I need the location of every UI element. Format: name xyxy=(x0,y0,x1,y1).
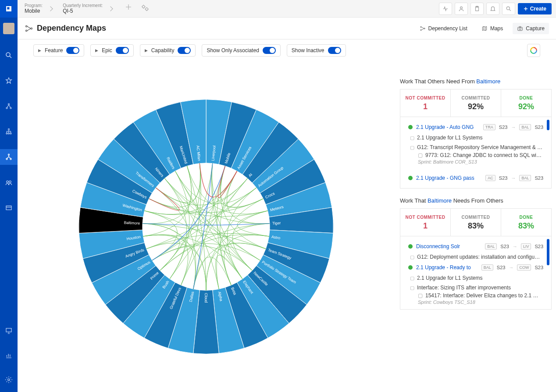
right-panel: Work That Others Need From Baltimore NOT… xyxy=(395,61,556,392)
work-item[interactable]: 2.1 Upgrade - Ready toBALS23→COWS23 xyxy=(400,262,551,273)
section-title-2: Work That Baltimore Needs From Others xyxy=(400,197,552,204)
work-sub-item[interactable]: ▢2.1 Upgrade for L1 Systems xyxy=(400,133,551,143)
app-logo[interactable] xyxy=(0,0,18,18)
toggle-associated[interactable] xyxy=(263,47,276,54)
section-link-1[interactable]: Baltimore xyxy=(476,78,500,85)
status-dot-green xyxy=(408,176,413,180)
toggle-inactive[interactable] xyxy=(328,47,341,54)
filter-epic[interactable]: ▶Epic xyxy=(90,44,133,57)
work-sub-item[interactable]: ▢G12: Transcript Repository Service Mana… xyxy=(400,143,551,152)
status-dot-green xyxy=(408,265,413,270)
create-label: Create xyxy=(530,6,546,12)
left-navigation-rail xyxy=(0,0,18,392)
nav-board[interactable] xyxy=(0,200,18,216)
user-avatar[interactable] xyxy=(3,23,14,34)
clipboard-icon[interactable] xyxy=(470,3,484,15)
arrow-right-icon: → xyxy=(513,244,517,249)
sprint-meta: Sprint: Baltimore COR_S13 xyxy=(400,159,551,164)
stat-committed-1: COMMITTED92% xyxy=(451,89,501,117)
section-title-1: Work That Others Need From Baltimore xyxy=(400,78,552,85)
create-button[interactable]: Create xyxy=(518,3,552,14)
work-sub-item[interactable]: ▢2.1 Upgrade for L1 Systems xyxy=(400,273,551,283)
filter-show-associated[interactable]: Show Only Associated xyxy=(202,44,280,57)
filter-show-inactive[interactable]: Show Inactive xyxy=(287,44,346,57)
doc-icon: ▢ xyxy=(410,145,414,150)
svg-point-5 xyxy=(10,107,11,109)
stat-not-committed-1: NOT COMMITTED1 xyxy=(400,89,451,117)
svg-point-11 xyxy=(8,154,10,155)
scrollbar-thumb[interactable] xyxy=(547,239,549,265)
work-list-2: Disconnecting SolrBALS23→LIVS23 ▢G12: De… xyxy=(400,236,552,310)
doc-icon: ▢ xyxy=(410,285,414,291)
breadcrumb-program[interactable]: Program: Mobile xyxy=(18,0,56,18)
nav-search[interactable] xyxy=(0,47,18,63)
nav-analytics[interactable] xyxy=(0,347,18,363)
work-item[interactable]: Disconnecting SolrBALS23→LIVS23 xyxy=(400,241,551,252)
work-item[interactable]: 2.1 Upgrade - Auto GNGTRAS23→BALS23 xyxy=(400,121,551,133)
svg-point-34 xyxy=(519,28,521,30)
status-dot-green xyxy=(408,244,413,249)
nav-network[interactable] xyxy=(0,98,18,114)
top-bar: Program: Mobile Quarterly Increment: QI-… xyxy=(18,0,556,18)
work-sub-item[interactable]: ▢G12: Deployment updates: installation a… xyxy=(400,252,551,262)
search-icon[interactable] xyxy=(502,3,515,15)
svg-point-4 xyxy=(6,107,7,109)
filter-feature[interactable]: ▶Feature xyxy=(33,44,84,57)
nav-favorites[interactable] xyxy=(0,73,18,89)
work-sub-sub-item[interactable]: ▢15417: Interface: Deliver Eliza changes… xyxy=(400,292,551,299)
work-item[interactable]: 2.1 Upgrade - GNG passACS23→BALS23 xyxy=(400,172,551,184)
user-icon[interactable] xyxy=(455,3,468,15)
svg-point-10 xyxy=(10,133,11,134)
scrollbar-thumb[interactable] xyxy=(547,120,549,130)
action-capture[interactable]: Capture xyxy=(513,23,549,34)
svg-point-28 xyxy=(26,30,27,31)
stat-done-1: DONE92% xyxy=(501,89,551,117)
nav-hierarchy[interactable] xyxy=(0,124,18,139)
svg-point-30 xyxy=(420,26,421,27)
work-list-1: 2.1 Upgrade - Auto GNGTRAS23→BALS23 ▢2.1… xyxy=(400,117,552,189)
svg-rect-1 xyxy=(7,7,9,9)
bell-icon[interactable] xyxy=(486,3,499,15)
pulse-icon[interactable] xyxy=(439,3,452,15)
toggle-capability[interactable] xyxy=(178,47,191,54)
gears-icon[interactable] xyxy=(140,3,150,14)
action-dependency-list[interactable]: Dependency List xyxy=(415,23,472,34)
doc-icon: ▢ xyxy=(410,135,414,141)
doc-icon: ▢ xyxy=(410,254,414,260)
color-wheel-button[interactable] xyxy=(527,44,540,57)
chart-area: LiverpoolMobileAsset ServicesAIAutomatio… xyxy=(18,61,395,392)
svg-point-21 xyxy=(146,8,148,11)
dependency-icon xyxy=(25,24,33,33)
filter-capability[interactable]: ▶Capability xyxy=(140,44,196,57)
chord-link xyxy=(164,178,186,279)
stat-committed-2: COMMITTED83% xyxy=(451,209,501,236)
stat-not-committed-2: NOT COMMITTED1 xyxy=(400,209,451,236)
svg-point-12 xyxy=(6,158,7,160)
work-sub-item[interactable]: ▢Interface: Sizing ITS after improvement… xyxy=(400,283,551,292)
svg-point-25 xyxy=(506,7,510,10)
doc-icon: ▢ xyxy=(418,152,423,158)
svg-point-7 xyxy=(8,128,10,130)
breadcrumb-qi-label: Quarterly Increment: xyxy=(63,3,103,8)
svg-point-27 xyxy=(26,25,27,27)
nav-settings[interactable] xyxy=(0,372,18,388)
page-header: Dependency Maps Dependency List Maps Cap… xyxy=(18,18,556,39)
work-sub-sub-item[interactable]: ▢9773: G12: Change JDBC to connect to SQ… xyxy=(400,152,551,158)
breadcrumb-qi[interactable]: Quarterly Increment: QI-5 xyxy=(56,0,116,18)
chord-diagram[interactable]: LiverpoolMobileAsset ServicesAIAutomatio… xyxy=(75,95,338,358)
chord-label: Tiger xyxy=(272,221,281,225)
sprint-meta: Sprint: Cowboys TSC_S18 xyxy=(400,299,551,305)
action-maps[interactable]: Maps xyxy=(477,23,507,34)
arrow-right-icon: → xyxy=(509,265,513,270)
chord-link xyxy=(146,188,257,249)
toggle-feature[interactable] xyxy=(66,47,79,54)
nav-teams[interactable] xyxy=(0,175,18,190)
nav-presentation[interactable] xyxy=(0,323,18,339)
nav-dependencies[interactable] xyxy=(0,149,18,165)
svg-line-3 xyxy=(10,56,11,58)
toggle-epic[interactable] xyxy=(116,47,129,54)
svg-point-15 xyxy=(9,181,11,183)
svg-rect-18 xyxy=(6,328,11,332)
section-link-2[interactable]: Baltimore xyxy=(428,197,452,204)
add-icon[interactable] xyxy=(125,3,132,14)
